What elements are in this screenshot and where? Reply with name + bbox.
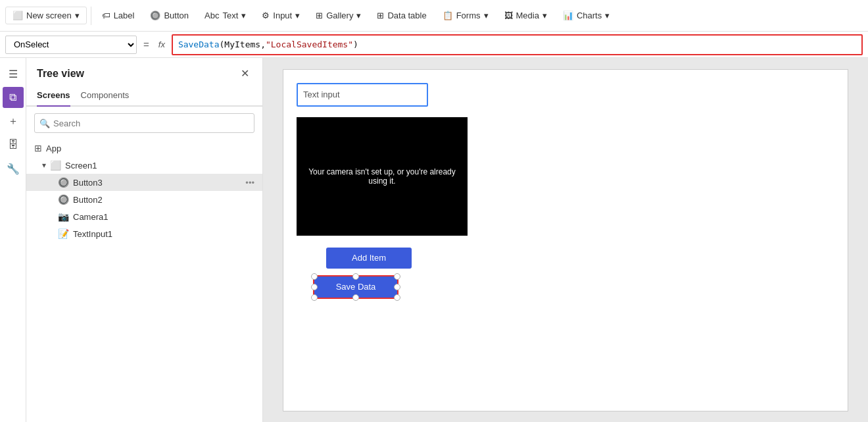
text-label: Text: [222, 11, 238, 20]
textinput1-label: TextInput1: [73, 229, 112, 239]
gallery-label: Gallery: [326, 11, 353, 20]
canvas-camera: Your camera isn't set up, or you're alre…: [297, 117, 468, 236]
media-chevron-icon: ▾: [542, 11, 547, 20]
text-chevron-icon: ▾: [241, 11, 246, 20]
canvas-area: Text input Your camera isn't set up, or …: [263, 58, 868, 422]
new-screen-label: New screen: [26, 11, 72, 20]
formula-arg1: MyItems: [224, 40, 260, 49]
handle-mr: [394, 284, 400, 290]
formula-input[interactable]: SaveData( MyItems, "LocalSavedItems" ): [172, 34, 863, 55]
main-layout: ☰ ⧉ ＋ 🗄 🔧 Tree view ✕ Screens Components…: [0, 58, 868, 422]
side-icon-bar: ☰ ⧉ ＋ 🗄 🔧: [0, 58, 26, 422]
button2-label: Button2: [73, 195, 103, 205]
forms-label: Forms: [456, 11, 481, 20]
handle-bl: [311, 294, 318, 301]
text-button[interactable]: Abc Text ▾: [198, 7, 253, 24]
save-data-button[interactable]: Save Data: [313, 275, 398, 299]
button-icon: 🔘: [150, 11, 160, 20]
button3-more-icon[interactable]: •••: [245, 178, 254, 188]
gallery-icon: ⊞: [316, 11, 323, 20]
input-button[interactable]: ⚙ Input ▾: [255, 7, 306, 24]
formula-paren-open: (: [220, 40, 225, 49]
tree-panel: Tree view ✕ Screens Components 🔍 ⊞ App ▾…: [26, 58, 263, 422]
search-input[interactable]: [34, 113, 254, 133]
formula-equals: =: [141, 39, 152, 50]
divider-1: [91, 7, 91, 25]
camera1-label: Camera1: [73, 212, 108, 222]
data-table-icon: ⊞: [377, 11, 384, 20]
tree-tabs: Screens Components: [26, 86, 262, 107]
screen1-label: Screen1: [65, 161, 97, 171]
app-icon: ⊞: [34, 143, 42, 153]
tree-title: Tree view: [37, 68, 84, 80]
new-screen-button[interactable]: ⬜ New screen ▾: [5, 7, 87, 24]
label-icon: 🏷: [102, 11, 110, 20]
new-screen-icon: ⬜: [12, 11, 23, 20]
tree-item-button2[interactable]: 🔘 Button2: [26, 191, 262, 208]
media-label: Media: [516, 11, 539, 20]
media-icon: 🖼: [504, 11, 513, 20]
gallery-button[interactable]: ⊞ Gallery ▾: [309, 7, 368, 24]
handle-tm: [352, 273, 359, 280]
input-label: Input: [273, 11, 292, 20]
new-screen-chevron-icon: ▾: [75, 11, 80, 20]
tree-close-button[interactable]: ✕: [238, 66, 252, 81]
hamburger-icon[interactable]: ☰: [3, 63, 24, 84]
label-button[interactable]: 🏷 Label: [95, 7, 141, 24]
charts-label: Charts: [577, 11, 602, 20]
camera1-icon: 📷: [58, 211, 69, 222]
screen1-icon: ⬜: [50, 160, 61, 171]
plus-icon[interactable]: ＋: [3, 111, 24, 132]
tree-item-button3[interactable]: 🔘 Button3 •••: [26, 174, 262, 191]
charts-icon: 📊: [563, 11, 573, 20]
tree-item-screen1[interactable]: ▾ ⬜ Screen1: [26, 157, 262, 174]
forms-icon: 📋: [443, 11, 453, 20]
property-select[interactable]: OnSelect: [5, 36, 137, 54]
formula-arg2: "LocalSavedItems": [266, 40, 353, 49]
tree-item-app[interactable]: ⊞ App: [26, 140, 262, 157]
textinput1-icon: 📝: [58, 228, 69, 239]
gallery-chevron-icon: ▾: [356, 11, 361, 20]
app-label: App: [46, 144, 61, 153]
handle-br: [394, 294, 400, 301]
button3-label: Button3: [73, 178, 103, 188]
handle-ml: [311, 284, 318, 290]
media-button[interactable]: 🖼 Media ▾: [498, 7, 554, 24]
tree-search-container: 🔍: [34, 113, 254, 133]
handle-tl: [311, 273, 318, 280]
add-item-button[interactable]: Add Item: [326, 248, 412, 269]
data-table-button[interactable]: ⊞ Data table: [370, 7, 433, 24]
camera-message: Your camera isn't set up, or you're alre…: [297, 161, 468, 192]
button2-icon: 🔘: [58, 194, 69, 205]
charts-button[interactable]: 📊 Charts ▾: [556, 7, 616, 24]
text-icon: Abc: [205, 11, 219, 20]
forms-button[interactable]: 📋 Forms ▾: [436, 7, 495, 24]
formula-paren-close: ): [353, 40, 358, 49]
formula-fx-button[interactable]: fx: [156, 40, 168, 49]
toolbar: ⬜ New screen ▾ 🏷 Label 🔘 Button Abc Text…: [0, 0, 868, 32]
tree-item-camera1[interactable]: 📷 Camera1: [26, 208, 262, 225]
forms-chevron-icon: ▾: [484, 11, 489, 20]
tools-icon[interactable]: 🔧: [3, 158, 24, 179]
input-chevron-icon: ▾: [295, 11, 300, 20]
label-label: Label: [114, 11, 135, 20]
text-input-placeholder: Text input: [303, 90, 340, 99]
layers-icon[interactable]: ⧉: [3, 87, 24, 108]
button-label: Button: [164, 11, 189, 20]
tab-screens[interactable]: Screens: [37, 86, 70, 107]
formula-keyword: SaveData: [178, 40, 220, 49]
canvas-frame: Text input Your camera isn't set up, or …: [283, 69, 848, 411]
canvas-text-input[interactable]: Text input: [297, 83, 428, 107]
screen1-chevron-icon: ▾: [42, 161, 46, 170]
search-icon: 🔍: [39, 119, 50, 128]
tab-components[interactable]: Components: [81, 86, 130, 107]
tree-header: Tree view ✕: [26, 58, 262, 86]
handle-bm: [352, 294, 359, 301]
button-button[interactable]: 🔘 Button: [143, 7, 195, 24]
input-icon: ⚙: [262, 11, 270, 20]
save-data-label: Save Data: [336, 282, 376, 292]
handle-tr: [394, 273, 400, 280]
button3-icon: 🔘: [58, 177, 69, 188]
database-icon[interactable]: 🗄: [3, 134, 24, 155]
tree-item-textinput1[interactable]: 📝 TextInput1: [26, 225, 262, 242]
